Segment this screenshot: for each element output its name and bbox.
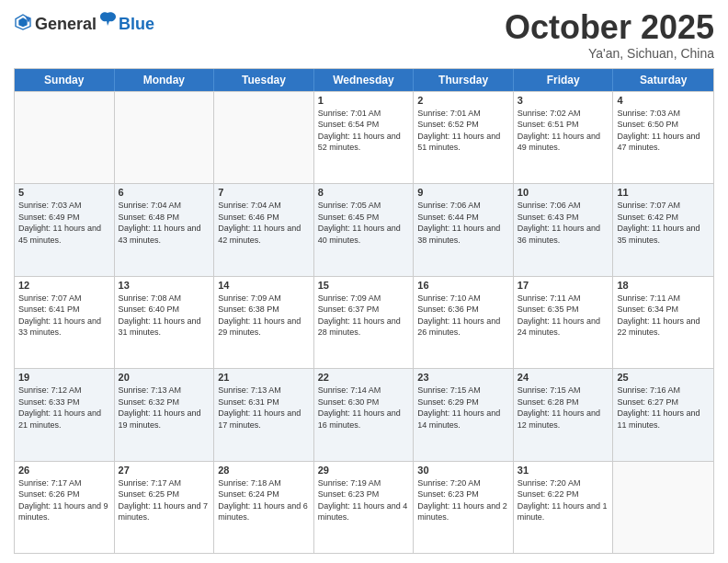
day-details: Sunrise: 7:07 AM Sunset: 6:42 PM Dayligh… [617,200,710,246]
day-cell-16: 16Sunrise: 7:10 AM Sunset: 6:36 PM Dayli… [414,277,514,368]
calendar-row-3: 19Sunrise: 7:12 AM Sunset: 6:33 PM Dayli… [15,368,713,460]
day-cell-2: 2Sunrise: 7:01 AM Sunset: 6:52 PM Daylig… [414,92,514,183]
day-cell-25: 25Sunrise: 7:16 AM Sunset: 6:27 PM Dayli… [613,369,713,460]
day-details: Sunrise: 7:17 AM Sunset: 6:26 PM Dayligh… [18,477,110,523]
day-details: Sunrise: 7:09 AM Sunset: 6:37 PM Dayligh… [318,293,410,339]
day-cell-6: 6Sunrise: 7:04 AM Sunset: 6:48 PM Daylig… [115,184,215,275]
empty-cell-0-2 [214,92,314,183]
day-number: 6 [119,187,210,198]
calendar-row-1: 5Sunrise: 7:03 AM Sunset: 6:49 PM Daylig… [15,183,713,275]
day-cell-4: 4Sunrise: 7:03 AM Sunset: 6:50 PM Daylig… [613,92,713,183]
day-details: Sunrise: 7:18 AM Sunset: 6:24 PM Dayligh… [218,477,310,523]
day-details: Sunrise: 7:01 AM Sunset: 6:54 PM Dayligh… [318,108,410,154]
day-details: Sunrise: 7:11 AM Sunset: 6:35 PM Dayligh… [518,293,609,339]
location: Ya'an, Sichuan, China [505,46,714,61]
day-details: Sunrise: 7:03 AM Sunset: 6:50 PM Dayligh… [617,108,710,154]
svg-marker-1 [18,17,27,27]
logo: General Blue [14,9,154,34]
header-day-thursday: Thursday [414,69,514,91]
day-number: 22 [318,372,410,383]
calendar-body: 1Sunrise: 7:01 AM Sunset: 6:54 PM Daylig… [15,91,713,553]
day-cell-26: 26Sunrise: 7:17 AM Sunset: 6:26 PM Dayli… [15,462,115,553]
logo-blue: Blue [119,15,154,34]
empty-cell-0-0 [15,92,115,183]
day-details: Sunrise: 7:15 AM Sunset: 6:28 PM Dayligh… [518,385,609,431]
day-details: Sunrise: 7:03 AM Sunset: 6:49 PM Dayligh… [18,200,110,246]
day-details: Sunrise: 7:20 AM Sunset: 6:22 PM Dayligh… [518,477,609,523]
day-cell-9: 9Sunrise: 7:06 AM Sunset: 6:44 PM Daylig… [414,184,514,275]
day-number: 3 [518,95,609,106]
day-cell-8: 8Sunrise: 7:05 AM Sunset: 6:45 PM Daylig… [314,184,415,275]
day-details: Sunrise: 7:15 AM Sunset: 6:29 PM Dayligh… [417,385,509,431]
day-number: 19 [18,372,110,383]
day-number: 2 [417,95,509,106]
day-details: Sunrise: 7:11 AM Sunset: 6:34 PM Dayligh… [617,293,710,339]
day-cell-11: 11Sunrise: 7:07 AM Sunset: 6:42 PM Dayli… [613,184,713,275]
header: General Blue October 2025 Ya'an, Sichuan… [14,9,714,61]
day-number: 27 [119,465,210,476]
logo-icon [14,13,32,31]
day-cell-14: 14Sunrise: 7:09 AM Sunset: 6:38 PM Dayli… [214,277,314,368]
day-number: 31 [518,465,609,476]
day-number: 25 [617,372,710,383]
day-number: 10 [518,187,609,198]
day-cell-24: 24Sunrise: 7:15 AM Sunset: 6:28 PM Dayli… [514,369,614,460]
day-cell-28: 28Sunrise: 7:18 AM Sunset: 6:24 PM Dayli… [214,462,314,553]
day-cell-5: 5Sunrise: 7:03 AM Sunset: 6:49 PM Daylig… [15,184,115,275]
day-number: 14 [218,280,310,291]
day-number: 23 [417,372,509,383]
day-cell-13: 13Sunrise: 7:08 AM Sunset: 6:40 PM Dayli… [115,277,215,368]
day-cell-27: 27Sunrise: 7:17 AM Sunset: 6:25 PM Dayli… [115,462,215,553]
day-cell-20: 20Sunrise: 7:13 AM Sunset: 6:32 PM Dayli… [115,369,215,460]
day-details: Sunrise: 7:02 AM Sunset: 6:51 PM Dayligh… [518,108,609,154]
day-number: 5 [18,187,110,198]
day-cell-30: 30Sunrise: 7:20 AM Sunset: 6:23 PM Dayli… [414,462,514,553]
empty-cell-0-1 [115,92,215,183]
month-title: October 2025 [505,9,714,46]
day-details: Sunrise: 7:10 AM Sunset: 6:36 PM Dayligh… [417,293,509,339]
day-cell-18: 18Sunrise: 7:11 AM Sunset: 6:34 PM Dayli… [613,277,713,368]
day-details: Sunrise: 7:07 AM Sunset: 6:41 PM Dayligh… [18,293,110,339]
header-day-sunday: Sunday [15,69,115,91]
day-details: Sunrise: 7:19 AM Sunset: 6:23 PM Dayligh… [318,477,410,523]
day-number: 4 [617,95,710,106]
day-details: Sunrise: 7:13 AM Sunset: 6:32 PM Dayligh… [119,385,210,431]
day-details: Sunrise: 7:04 AM Sunset: 6:48 PM Dayligh… [119,200,210,246]
logo-bird-icon [97,9,118,29]
day-details: Sunrise: 7:05 AM Sunset: 6:45 PM Dayligh… [318,200,410,246]
day-details: Sunrise: 7:09 AM Sunset: 6:38 PM Dayligh… [218,293,310,339]
day-details: Sunrise: 7:06 AM Sunset: 6:43 PM Dayligh… [518,200,609,246]
day-cell-22: 22Sunrise: 7:14 AM Sunset: 6:30 PM Dayli… [314,369,415,460]
day-number: 18 [617,280,710,291]
day-number: 26 [18,465,110,476]
day-cell-29: 29Sunrise: 7:19 AM Sunset: 6:23 PM Dayli… [314,462,415,553]
empty-cell-4-6 [613,462,713,553]
day-number: 28 [218,465,310,476]
day-number: 24 [518,372,609,383]
day-cell-31: 31Sunrise: 7:20 AM Sunset: 6:22 PM Dayli… [514,462,614,553]
day-number: 8 [318,187,410,198]
header-day-wednesday: Wednesday [314,69,415,91]
logo-general: General [35,15,97,34]
day-cell-3: 3Sunrise: 7:02 AM Sunset: 6:51 PM Daylig… [514,92,614,183]
day-details: Sunrise: 7:17 AM Sunset: 6:25 PM Dayligh… [119,477,210,523]
day-details: Sunrise: 7:13 AM Sunset: 6:31 PM Dayligh… [218,385,310,431]
header-day-friday: Friday [514,69,614,91]
calendar-row-4: 26Sunrise: 7:17 AM Sunset: 6:26 PM Dayli… [15,461,713,553]
title-block: October 2025 Ya'an, Sichuan, China [505,9,714,61]
day-cell-17: 17Sunrise: 7:11 AM Sunset: 6:35 PM Dayli… [514,277,614,368]
day-number: 15 [318,280,410,291]
day-cell-19: 19Sunrise: 7:12 AM Sunset: 6:33 PM Dayli… [15,369,115,460]
day-number: 30 [417,465,509,476]
day-details: Sunrise: 7:14 AM Sunset: 6:30 PM Dayligh… [318,385,410,431]
day-cell-21: 21Sunrise: 7:13 AM Sunset: 6:31 PM Dayli… [214,369,314,460]
day-details: Sunrise: 7:12 AM Sunset: 6:33 PM Dayligh… [18,385,110,431]
day-number: 17 [518,280,609,291]
day-number: 29 [318,465,410,476]
header-day-monday: Monday [115,69,215,91]
calendar-header: SundayMondayTuesdayWednesdayThursdayFrid… [15,69,713,91]
day-number: 11 [617,187,710,198]
day-details: Sunrise: 7:06 AM Sunset: 6:44 PM Dayligh… [417,200,509,246]
day-cell-15: 15Sunrise: 7:09 AM Sunset: 6:37 PM Dayli… [314,277,415,368]
day-details: Sunrise: 7:20 AM Sunset: 6:23 PM Dayligh… [417,477,509,523]
